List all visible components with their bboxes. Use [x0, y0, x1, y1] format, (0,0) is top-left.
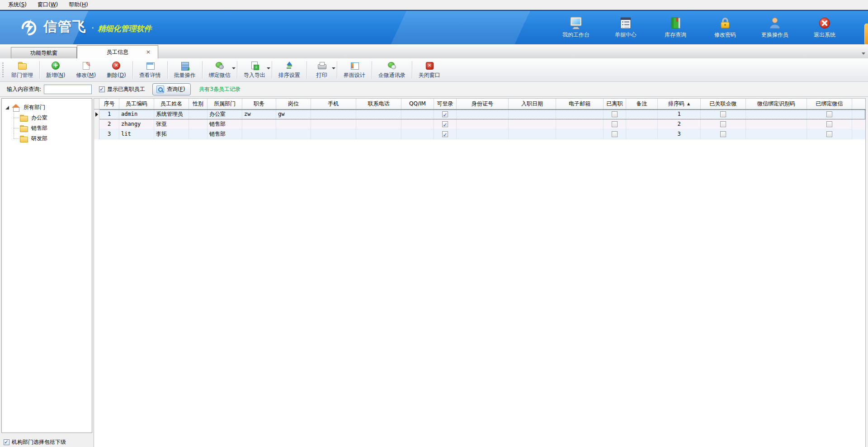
dropdown-arrow-icon[interactable] [232, 67, 236, 69]
cell-post[interactable]: gw [276, 109, 311, 119]
column-header-name[interactable]: 员工姓名 [154, 99, 189, 109]
table-row[interactable]: 3lit李拓销售部3 [94, 129, 865, 139]
cell-can_login[interactable] [434, 109, 457, 119]
resigned-checkbox[interactable] [612, 111, 618, 117]
cell-dept[interactable]: 办公室 [208, 109, 242, 119]
toolbar-grip[interactable] [2, 62, 4, 78]
resigned-checkbox[interactable] [612, 121, 618, 127]
column-header-phone[interactable]: 联系电话 [356, 99, 401, 109]
column-header-gender[interactable]: 性别 [189, 99, 208, 109]
cell-code[interactable]: lit [119, 129, 154, 139]
cell-remark[interactable] [626, 129, 658, 139]
cell-id_no[interactable] [457, 129, 509, 139]
column-header-mobile[interactable]: 手机 [311, 99, 356, 109]
change-password-button[interactable]: 修改密码 [706, 16, 744, 39]
cell-email[interactable] [556, 129, 604, 139]
wechat_bound-checkbox[interactable] [826, 111, 832, 117]
cell-remark[interactable] [626, 109, 658, 119]
inventory-query-button[interactable]: 库存查询 [656, 16, 694, 39]
cell-resigned[interactable] [604, 119, 626, 129]
show-resigned-checkbox[interactable] [99, 86, 105, 92]
cell-post[interactable] [276, 119, 311, 129]
table-row[interactable]: 1admin系统管理员办公室zwgw1 [94, 109, 865, 119]
dropdown-arrow-icon[interactable] [332, 67, 335, 69]
cell-wechat_bind_id[interactable] [746, 129, 807, 139]
cell-qw_linked[interactable] [701, 129, 746, 139]
column-header-remark[interactable]: 备注 [626, 99, 658, 109]
cell-phone[interactable] [356, 109, 401, 119]
cell-gender[interactable] [189, 109, 208, 119]
cell-mobile[interactable] [311, 129, 356, 139]
cell-sort_code[interactable]: 2 [658, 119, 701, 129]
documents-center-button[interactable]: 单据中心 [607, 16, 645, 39]
cell-name[interactable]: 李拓 [154, 129, 189, 139]
toolbar-button-edit[interactable]: 修改(M) [71, 58, 101, 81]
tree-node-all-departments[interactable]: 所有部门 [2, 102, 92, 113]
exit-system-button[interactable]: 退出系统 [806, 16, 844, 39]
toolbar-button-add[interactable]: 新增(N) [41, 58, 71, 81]
column-header-email[interactable]: 电子邮箱 [556, 99, 604, 109]
cell-duty[interactable] [242, 129, 276, 139]
cell-wechat_bind_id[interactable] [746, 119, 807, 129]
cell-email[interactable] [556, 119, 604, 129]
cell-seq[interactable]: 3 [99, 129, 119, 139]
query-button[interactable]: 查询(F) [152, 83, 191, 95]
menu-system[interactable]: 系统(S) [3, 0, 32, 10]
cell-phone[interactable] [356, 119, 401, 129]
cell-resigned[interactable] [604, 109, 626, 119]
dropdown-arrow-icon[interactable] [267, 67, 270, 69]
can_login-checkbox[interactable] [442, 131, 448, 137]
column-header-qq[interactable]: QQ/IM [401, 99, 434, 109]
resigned-checkbox[interactable] [612, 131, 618, 137]
qw_linked-checkbox[interactable] [720, 131, 726, 137]
cell-can_login[interactable] [434, 119, 457, 129]
column-header-post[interactable]: 岗位 [276, 99, 311, 109]
toolbar-button-batch[interactable]: 批量操作 [169, 58, 201, 81]
cell-hire_date[interactable] [509, 119, 556, 129]
menu-window[interactable]: 窗口(W) [32, 0, 63, 10]
cell-code[interactable]: zhangy [119, 119, 154, 129]
cell-duty[interactable]: zw [242, 109, 276, 119]
cell-code[interactable]: admin [119, 109, 154, 119]
workbench-button[interactable]: 我的工作台 [557, 16, 595, 39]
include-sub-departments-checkbox[interactable] [4, 439, 9, 445]
cell-wechat_bind_id[interactable] [746, 109, 807, 119]
cell-mobile[interactable] [311, 119, 356, 129]
cell-duty[interactable] [242, 119, 276, 129]
tree-node-department[interactable]: 研发部 [2, 133, 92, 144]
cell-post[interactable] [276, 129, 311, 139]
tree-node-department[interactable]: 办公室 [2, 113, 92, 123]
tab-close-icon[interactable]: × [145, 49, 151, 55]
tab-employee-info[interactable]: 员工信息 × [77, 45, 158, 58]
cell-id_no[interactable] [457, 119, 509, 129]
tab-more-chevron-icon[interactable] [862, 52, 865, 55]
table-row[interactable]: 2zhangy张亚销售部2 [94, 119, 865, 129]
cell-seq[interactable]: 2 [99, 119, 119, 129]
column-header-can_login[interactable]: 可登录 [434, 99, 457, 109]
column-header-sort_code[interactable]: 排序码▲ [658, 99, 701, 109]
toolbar-button-export[interactable]: 导入导出 [238, 58, 271, 81]
cell-sort_code[interactable]: 3 [658, 129, 701, 139]
toolbar-button-print[interactable]: 打印 [308, 58, 336, 81]
cell-name[interactable]: 系统管理员 [154, 109, 189, 119]
can_login-checkbox[interactable] [442, 121, 448, 127]
cell-qq[interactable] [401, 129, 434, 139]
cell-wechat_bound[interactable] [807, 109, 852, 119]
tree-node-department[interactable]: 销售部 [2, 123, 92, 133]
cell-seq[interactable]: 1 [99, 109, 119, 119]
column-header-seq[interactable]: 序号 [99, 99, 119, 109]
cell-id_no[interactable] [457, 109, 509, 119]
column-header-duty[interactable]: 职务 [242, 99, 276, 109]
column-header-hire_date[interactable]: 入职日期 [509, 99, 556, 109]
wechat_bound-checkbox[interactable] [826, 131, 832, 137]
cell-resigned[interactable] [604, 129, 626, 139]
cell-gender[interactable] [189, 129, 208, 139]
toolbar-button-qw-contacts[interactable]: 企微通讯录 [373, 58, 411, 81]
column-header-resigned[interactable]: 已离职 [604, 99, 626, 109]
column-header-qw_linked[interactable]: 已关联企微 [701, 99, 746, 109]
toolbar-button-detail[interactable]: 查看详情 [134, 58, 166, 81]
cell-dept[interactable]: 销售部 [208, 119, 242, 129]
qw_linked-checkbox[interactable] [720, 121, 726, 127]
cell-qw_linked[interactable] [701, 109, 746, 119]
tree-expander-icon[interactable] [5, 106, 9, 109]
